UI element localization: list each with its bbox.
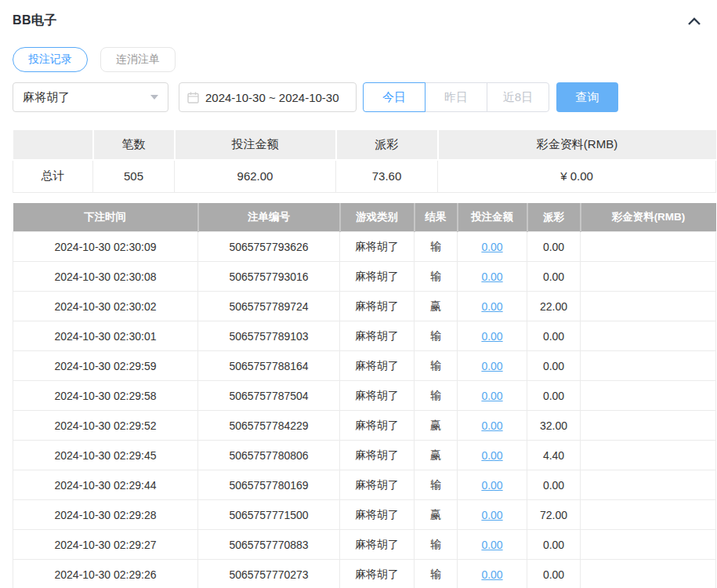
records-header-row: 下注时间 注单编号 游戏类别 结果 投注金额 派彩 彩金资料(RMB) — [13, 203, 716, 232]
cell-payout: 0.00 — [527, 530, 581, 560]
records-table: 下注时间 注单编号 游戏类别 结果 投注金额 派彩 彩金资料(RMB) 2024… — [13, 203, 716, 588]
tab-bet-records[interactable]: 投注记录 — [13, 47, 88, 72]
cell-result: 输 — [415, 381, 458, 411]
cell-bet-number: 5065757789724 — [198, 292, 340, 321]
bet-amount-link[interactable]: 0.00 — [481, 419, 502, 432]
yesterday-button[interactable]: 昨日 — [425, 82, 487, 112]
record-row: 2024-10-30 02:29:58 5065757787504 麻将胡了 输… — [13, 381, 716, 411]
cell-payout: 0.00 — [527, 232, 581, 262]
cell-bonus — [581, 470, 716, 500]
record-row: 2024-10-30 02:30:02 5065757789724 麻将胡了 赢… — [13, 292, 716, 321]
cell-bet-number: 5065757771500 — [198, 500, 340, 530]
bet-records-panel: BB电子 投注记录 连消注单 麻将胡了 2024-10-30 ~ 2 — [0, 0, 717, 588]
chevron-up-icon — [687, 16, 701, 28]
cell-game-type: 麻将胡了 — [340, 411, 415, 441]
bet-amount-link[interactable]: 0.00 — [481, 241, 502, 253]
cell-game-type: 麻将胡了 — [340, 381, 415, 411]
tab-cancelled-bets[interactable]: 连消注单 — [100, 47, 176, 72]
cell-bet-amount: 0.00 — [458, 470, 527, 500]
cell-bet-time: 2024-10-30 02:29:26 — [13, 560, 198, 588]
summary-header-bet-amount: 投注金额 — [175, 130, 336, 160]
cell-bet-amount: 0.00 — [458, 381, 527, 411]
bet-amount-link[interactable]: 0.00 — [481, 449, 502, 462]
cell-result: 输 — [415, 351, 458, 381]
cell-payout: 4.40 — [527, 441, 581, 470]
cell-payout: 0.00 — [527, 351, 581, 381]
cell-bonus — [581, 321, 716, 351]
record-row: 2024-10-30 02:29:44 5065757780169 麻将胡了 输… — [13, 470, 716, 500]
bet-amount-link[interactable]: 0.00 — [481, 360, 502, 372]
quick-date-button-group: 今日 昨日 近8日 — [363, 82, 549, 112]
cell-bet-amount: 0.00 — [458, 321, 527, 351]
bet-amount-link[interactable]: 0.00 — [481, 479, 502, 492]
date-range-picker[interactable]: 2024-10-30 ~ 2024-10-30 — [179, 82, 357, 112]
bet-amount-link[interactable]: 0.00 — [481, 390, 502, 402]
cell-bet-number: 5065757789103 — [198, 321, 340, 351]
cell-bet-number: 5065757780806 — [198, 441, 340, 470]
bet-amount-link[interactable]: 0.00 — [481, 539, 502, 551]
today-button[interactable]: 今日 — [363, 82, 425, 112]
filter-toolbar: 麻将胡了 2024-10-30 ~ 2024-10-30 今日 昨日 近8日 查… — [13, 82, 717, 112]
record-row: 2024-10-30 02:29:59 5065757788164 麻将胡了 输… — [13, 351, 716, 381]
cell-bet-amount: 0.00 — [458, 441, 527, 470]
cell-bet-time: 2024-10-30 02:29:28 — [13, 500, 198, 530]
cell-bonus — [581, 441, 716, 470]
cell-bonus — [581, 351, 716, 381]
cell-payout: 0.00 — [527, 470, 581, 500]
record-row: 2024-10-30 02:30:01 5065757789103 麻将胡了 输… — [13, 321, 716, 351]
cell-bet-time: 2024-10-30 02:30:09 — [13, 232, 198, 262]
game-type-select[interactable]: 麻将胡了 — [13, 82, 168, 112]
cell-result: 赢 — [415, 441, 458, 470]
cell-bet-time: 2024-10-30 02:30:08 — [13, 262, 198, 292]
bet-amount-link[interactable]: 0.00 — [481, 270, 502, 283]
calendar-icon — [187, 92, 199, 103]
cell-game-type: 麻将胡了 — [340, 530, 415, 560]
cell-bet-time: 2024-10-30 02:30:02 — [13, 292, 198, 321]
cell-bonus — [581, 411, 716, 441]
cell-game-type: 麻将胡了 — [340, 470, 415, 500]
collapse-panel-button[interactable] — [686, 15, 703, 27]
cell-game-type: 麻将胡了 — [340, 321, 415, 351]
cell-bonus — [581, 292, 716, 321]
cell-bet-time: 2024-10-30 02:29:58 — [13, 381, 198, 411]
cell-bet-time: 2024-10-30 02:29:45 — [13, 441, 198, 470]
records-header-result: 结果 — [415, 203, 458, 232]
summary-total-row: 总计 505 962.00 73.60 ¥ 0.00 — [13, 160, 716, 192]
search-button[interactable]: 查询 — [556, 82, 618, 112]
records-header-bet-no: 注单编号 — [198, 203, 340, 232]
cell-bonus — [581, 232, 716, 262]
last-8-days-button[interactable]: 近8日 — [487, 82, 549, 112]
cell-payout: 32.00 — [527, 411, 581, 441]
cell-bet-time: 2024-10-30 02:29:52 — [13, 411, 198, 441]
bet-amount-link[interactable]: 0.00 — [481, 509, 502, 521]
cell-game-type: 麻将胡了 — [340, 292, 415, 321]
cell-bet-amount: 0.00 — [458, 411, 527, 441]
record-row: 2024-10-30 02:29:28 5065757771500 麻将胡了 赢… — [13, 500, 716, 530]
cell-result: 赢 — [415, 292, 458, 321]
cell-bet-amount: 0.00 — [458, 530, 527, 560]
summary-header-bonus: 彩金资料(RMB) — [438, 130, 716, 160]
cell-result: 输 — [415, 262, 458, 292]
cell-game-type: 麻将胡了 — [340, 232, 415, 262]
panel-header: BB电子 — [0, 0, 717, 29]
cell-bet-number: 5065757793626 — [198, 232, 340, 262]
bet-amount-link[interactable]: 0.00 — [481, 300, 502, 313]
cell-bet-amount: 0.00 — [458, 232, 527, 262]
record-row: 2024-10-30 02:30:09 5065757793626 麻将胡了 输… — [13, 232, 716, 262]
cell-bet-number: 5065757784229 — [198, 411, 340, 441]
cell-bet-number: 5065757770273 — [198, 560, 340, 588]
bet-amount-link[interactable]: 0.00 — [481, 330, 502, 343]
cell-game-type: 麻将胡了 — [340, 262, 415, 292]
summary-table: 笔数 投注金额 派彩 彩金资料(RMB) 总计 505 962.00 73.60… — [13, 130, 716, 193]
record-row: 2024-10-30 02:29:45 5065757780806 麻将胡了 赢… — [13, 441, 716, 470]
records-header-bonus: 彩金资料(RMB) — [581, 203, 716, 232]
cell-bet-time: 2024-10-30 02:30:01 — [13, 321, 198, 351]
cell-bonus — [581, 530, 716, 560]
record-type-tabs: 投注记录 连消注单 — [13, 47, 717, 72]
summary-total-bonus: ¥ 0.00 — [438, 160, 716, 192]
cell-payout: 72.00 — [527, 500, 581, 530]
summary-total-count: 505 — [93, 160, 175, 192]
cell-bet-amount: 0.00 — [458, 560, 527, 588]
bet-amount-link[interactable]: 0.00 — [481, 568, 502, 581]
cell-bonus — [581, 262, 716, 292]
